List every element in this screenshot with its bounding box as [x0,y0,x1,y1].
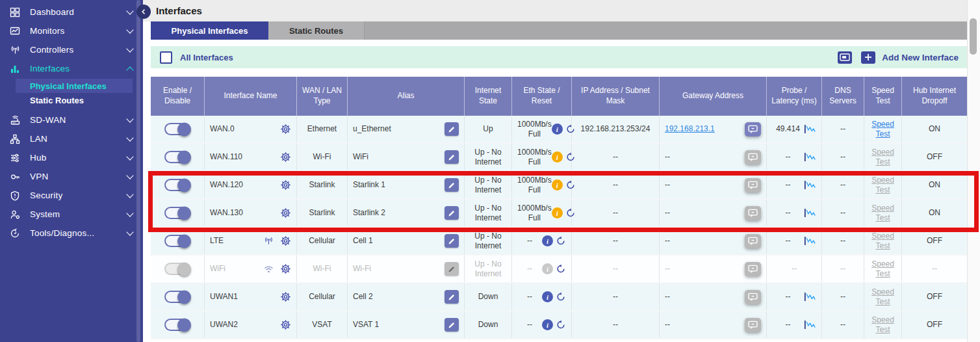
edit-alias-button[interactable] [445,122,459,136]
table-row: UWAN1 Cellular Cell 2 Down -- i -- -- --… [151,283,967,311]
alias-text: VSAT 1 [353,320,445,330]
speed-test-link[interactable]: Speed Test [870,259,896,279]
page-scrollbar[interactable] [967,0,980,342]
main-content: Interfaces Physical InterfacesStatic Rou… [143,0,980,342]
table-row: WAN.110 Wi-Fi WiFi Up - No Internet 1000… [151,144,967,172]
gear-icon[interactable] [280,263,291,274]
sidebar-item-vpn[interactable]: VPN [0,167,143,186]
sidebar-item-security[interactable]: Security [0,186,143,205]
ping-gateway-button[interactable] [745,122,761,137]
ping-gateway-button[interactable] [745,290,761,304]
ping-gateway-button[interactable] [745,206,761,220]
speed-test-link[interactable]: Speed Test [870,315,896,335]
gear-icon[interactable] [280,291,291,302]
latency-chart-icon[interactable] [804,180,816,190]
speed-test-link[interactable]: Speed Test [870,231,896,251]
gateway-link[interactable]: 192.168.213.1 [665,124,715,134]
latency-chart-icon[interactable] [804,124,816,134]
sidebar-item-lan[interactable]: LAN [0,129,143,148]
edit-alias-button[interactable] [445,290,459,304]
edit-alias-button[interactable] [445,178,459,192]
enable-toggle[interactable] [164,207,190,219]
enable-toggle[interactable] [164,319,190,331]
gear-icon[interactable] [280,151,291,163]
reset-icon[interactable] [556,264,566,274]
speed-test-link[interactable]: Speed Test [870,148,896,167]
sidebar-collapse-button[interactable] [136,5,151,19]
latency-chart-icon[interactable] [804,152,816,162]
speed-test-link[interactable]: Speed Test [870,176,896,195]
ping-gateway-button[interactable] [745,262,761,276]
edit-alias-button[interactable] [445,262,459,276]
latency-chart-icon[interactable] [804,208,816,218]
enable-toggle[interactable] [164,235,190,247]
ping-gateway-button[interactable] [745,234,761,248]
chevron-down-icon [126,134,133,141]
reset-icon[interactable] [556,320,566,330]
speed-test-link[interactable]: Speed Test [870,287,896,307]
select-all-checkbox[interactable] [160,51,172,64]
speed-test-link[interactable]: Speed Test [870,204,896,223]
ping-gateway-button[interactable] [745,318,761,332]
hub-dropoff-state: ON [929,124,940,134]
sidebar-item-sd-wan[interactable]: SD-WAN [0,111,143,129]
edit-alias-button[interactable] [445,206,459,220]
scrollbar-thumb[interactable] [970,18,977,55]
info-icon[interactable]: i [552,124,563,135]
gear-icon[interactable] [280,179,291,191]
enable-toggle[interactable] [164,151,190,163]
tab-static-routes[interactable]: Static Routes [268,21,365,40]
reset-icon[interactable] [556,292,566,302]
reset-icon[interactable] [556,236,566,246]
sidebar-subitem-physical-interfaces[interactable]: Physical Interfaces [16,79,133,93]
info-icon[interactable]: i [542,263,553,274]
table-view-button[interactable] [838,51,852,64]
sidebar-item-hub[interactable]: Hub [0,148,143,167]
info-icon[interactable]: i [542,235,553,246]
sidebar-item-controllers[interactable]: Controllers [0,40,143,59]
edit-alias-button[interactable] [445,318,459,332]
sidebar-item-tools-diagnos[interactable]: Tools/Diagnos... [0,224,143,243]
edit-alias-button[interactable] [445,234,459,248]
gateway-value: -- [665,292,670,302]
info-icon[interactable]: i [542,291,553,302]
chevron-down-icon [126,228,133,235]
gateway-value: -- [665,320,670,330]
enable-toggle[interactable] [164,263,190,275]
info-icon[interactable]: i [552,207,563,218]
gear-icon[interactable] [280,207,291,218]
sidebar-item-system[interactable]: System [0,205,143,224]
enable-toggle[interactable] [164,123,190,135]
gear-icon[interactable] [280,235,291,246]
add-interface-plus-button[interactable] [861,51,875,64]
sidebar-item-interfaces[interactable]: Interfaces [0,59,143,78]
ping-gateway-button[interactable] [745,178,761,192]
chevron-up-icon [126,66,133,73]
edit-alias-button[interactable] [445,150,459,164]
cell-speed-test: Speed Test [864,311,902,338]
sidebar-scrollbar[interactable] [136,0,140,342]
speed-test-link[interactable]: Speed Test [870,120,896,139]
tab-physical-interfaces[interactable]: Physical Interfaces [151,21,268,40]
sidebar-item-dashboard[interactable]: Dashboard [0,3,143,21]
add-new-interface-label[interactable]: Add New Interface [882,53,959,62]
enable-toggle[interactable] [164,291,190,303]
ip-address: 192.168.213.253/24 [581,124,651,134]
cell-wan-lan-type: Wi-Fi [297,256,348,282]
info-icon[interactable]: i [552,151,563,163]
info-icon[interactable]: i [542,319,553,330]
toggle-knob [177,318,191,332]
latency-chart-icon[interactable] [804,236,816,246]
sidebar-item-monitors[interactable]: Monitors [0,21,143,40]
gear-icon[interactable] [280,124,291,135]
gear-icon[interactable] [280,319,291,330]
wan-lan-type: Starlink [309,180,335,190]
internet-state: Down [478,292,498,302]
latency-chart-icon[interactable] [804,320,816,330]
latency-chart-icon[interactable] [804,292,816,302]
sidebar-subitem-static-routes[interactable]: Static Routes [16,93,133,107]
ping-gateway-button[interactable] [745,150,761,164]
info-icon[interactable]: i [552,179,563,191]
enable-toggle[interactable] [164,179,190,191]
eth-state: 1000Mb/s Full [517,204,552,223]
